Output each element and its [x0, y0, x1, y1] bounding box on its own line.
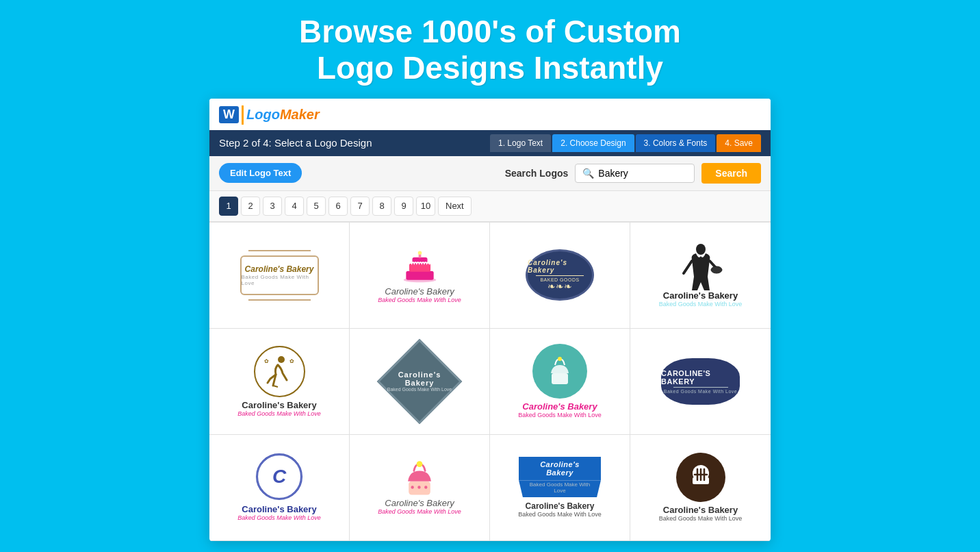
svg-point-20 [424, 486, 427, 488]
toolbar: Edit Logo Text Search Logos 🔍 Search [209, 156, 771, 191]
svg-text:✿: ✿ [289, 358, 294, 364]
cake-icon [401, 247, 439, 285]
runner-circle-icon: ✿ ✿ [254, 346, 305, 397]
logo-6-tagline: Baked Goods Make With Love [385, 387, 454, 392]
logo-4-tagline: Baked Goods Make With Love [659, 301, 743, 308]
step-bar: Step 2 of 4: Select a Logo Design 1. Log… [209, 130, 771, 156]
logo-item-5[interactable]: ✿ ✿ Caroline's Bakery Baked Goods Make W… [209, 329, 350, 435]
runner-icon: ✿ ✿ [261, 353, 298, 390]
pagination: 1 2 3 4 5 6 7 8 9 10 Next [209, 191, 771, 222]
logo-w-badge: W [219, 106, 239, 123]
logo-item-11[interactable]: Caroline's Bakery Baked Goods Make With … [490, 435, 630, 541]
logomaker-brand: W LogoMaker [219, 105, 320, 125]
search-area: Search Logos 🔍 Search [505, 163, 761, 184]
logo-1-name: Caroline's Bakery [245, 264, 314, 274]
page-6[interactable]: 6 [328, 197, 348, 216]
logo-9-tagline: Baked Goods Make With Love [237, 514, 320, 521]
page-2[interactable]: 2 [241, 197, 260, 216]
svg-point-9 [711, 266, 722, 273]
svg-point-5 [417, 251, 422, 255]
teal-circle-icon [532, 344, 587, 399]
logo-divider [242, 105, 244, 125]
page-9[interactable]: 9 [394, 197, 413, 216]
tab-choose-design[interactable]: 2. Choose Design [552, 134, 634, 152]
logo-11-inner-tagline: Baked Goods Make With Love [519, 480, 601, 497]
search-icon: 🔍 [582, 168, 594, 179]
page-10[interactable]: 10 [416, 197, 435, 216]
ribbon-badge-icon: Caroline's Bakery Baked Goods Make With … [519, 457, 601, 497]
logo-1-tagline: Baked Goods Make With Love [242, 274, 318, 286]
logo-10-tagline: Baked Goods Make With Love [378, 508, 461, 515]
logomaker-text: LogoMaker [246, 107, 320, 123]
page-next[interactable]: Next [438, 197, 472, 216]
cupcake-icon [543, 354, 577, 388]
svg-rect-1 [406, 271, 433, 280]
page-4[interactable]: 4 [285, 197, 304, 216]
logo-item-3[interactable]: Caroline's Bakery BAKED GOODS ❧❧❧ [490, 223, 630, 329]
svg-line-7 [684, 261, 692, 273]
logo-item-6[interactable]: Caroline's Bakery Baked Goods Make With … [350, 329, 490, 435]
page-3[interactable]: 3 [263, 197, 282, 216]
page-1[interactable]: 1 [219, 197, 238, 216]
logo-8-name: CAROLINE'S BAKERY [661, 369, 740, 386]
search-box: 🔍 [575, 164, 695, 183]
search-button[interactable]: Search [701, 163, 761, 184]
cupcake-script-icon [399, 460, 440, 498]
logo-5-tagline: Baked Goods Make With Love [237, 410, 320, 417]
logo-item-7[interactable]: Caroline's Bakery Baked Goods Make With … [490, 329, 630, 435]
logo-7-name: Caroline's Bakery [522, 401, 597, 412]
app-window: W LogoMaker Step 2 of 4: Select a Logo D… [209, 99, 771, 541]
logo-item-1[interactable]: Caroline's Bakery Baked Goods Make With … [209, 223, 350, 329]
tab-save[interactable]: 4. Save [717, 134, 761, 152]
navy-oval-icon: CAROLINE'S BAKERY Baked Goods Make With … [661, 358, 740, 405]
logo-9-name: Caroline's Bakery [242, 504, 316, 514]
logo-12-tagline: Baked Goods Make With Love [659, 515, 743, 522]
logo-2-tagline: Baked Goods Make With Love [378, 297, 461, 303]
logo-6-name: Caroline's Bakery [385, 371, 454, 387]
page-5[interactable]: 5 [307, 197, 326, 216]
logo-8-tagline: Baked Goods Make With Love [664, 389, 738, 394]
logo-item-8[interactable]: CAROLINE'S BAKERY Baked Goods Make With … [630, 329, 771, 435]
edit-logo-button[interactable]: Edit Logo Text [219, 163, 302, 183]
chef-hat-icon [686, 462, 716, 492]
step-tabs: 1. Logo Text 2. Choose Design 3. Colors … [490, 134, 761, 152]
logo-7-tagline: Baked Goods Make With Love [518, 412, 602, 418]
svg-rect-2 [409, 264, 430, 272]
svg-point-18 [411, 486, 413, 488]
logo-11-inner-name: Caroline's Bakery [519, 457, 601, 480]
logo-12-name: Caroline's Bakery [663, 505, 738, 515]
logo-4-name: Caroline's Bakery [663, 290, 738, 301]
chef-circle-icon [676, 453, 725, 502]
svg-text:✿: ✿ [264, 358, 269, 364]
search-input[interactable] [598, 168, 687, 179]
app-header: W LogoMaker [209, 99, 771, 130]
logo-item-4[interactable]: Caroline's Bakery Baked Goods Make With … [630, 223, 771, 329]
logo-item-9[interactable]: C Caroline's Bakery Baked Goods Make Wit… [209, 435, 350, 541]
logo-11-name: Caroline's Bakery [526, 501, 595, 511]
tab-colors-fonts[interactable]: 3. Colors & Fonts [636, 134, 716, 152]
search-label: Search Logos [505, 168, 569, 179]
logo-item-12[interactable]: Caroline's Bakery Baked Goods Make With … [630, 435, 771, 541]
logo-11-tagline: Baked Goods Make With Love [518, 511, 602, 518]
svg-rect-14 [552, 373, 568, 384]
svg-point-10 [278, 356, 285, 363]
logo-3-name: Caroline's Bakery [528, 259, 592, 274]
logo-item-2[interactable]: Caroline's Bakery Baked Goods Make With … [350, 223, 490, 329]
logo-10-name: Caroline's Bakery [385, 498, 454, 508]
svg-point-6 [696, 244, 706, 255]
svg-line-11 [273, 386, 278, 387]
svg-point-15 [558, 357, 562, 361]
logo-grid: Caroline's Bakery Baked Goods Make With … [209, 222, 771, 541]
blue-c-icon: C [256, 453, 302, 500]
logo-5-name: Caroline's Bakery [242, 400, 316, 410]
logo-item-10[interactable]: Caroline's Bakery Baked Goods Make With … [350, 435, 490, 541]
page-7[interactable]: 7 [350, 197, 370, 216]
svg-point-19 [417, 486, 420, 488]
tab-logo-text[interactable]: 1. Logo Text [490, 134, 551, 152]
main-headline: Browse 1000's of Custom Logo Designs Ins… [299, 14, 681, 86]
step-title: Step 2 of 4: Select a Logo Design [219, 137, 490, 149]
logo-2-name: Caroline's Bakery [385, 286, 454, 297]
svg-point-17 [417, 461, 423, 467]
page-8[interactable]: 8 [372, 197, 391, 216]
lady-silhouette-icon [677, 242, 725, 290]
